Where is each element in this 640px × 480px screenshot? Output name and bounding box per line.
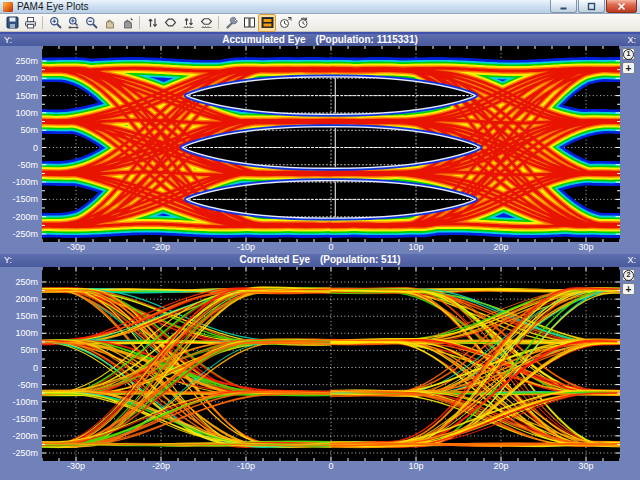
zoom-x-button[interactable] bbox=[64, 14, 82, 32]
add-cursor-button[interactable]: + bbox=[622, 62, 635, 74]
y-tick-label: 250m bbox=[0, 56, 38, 66]
y-tick-label: -200m bbox=[0, 431, 38, 441]
zoom-out-button[interactable] bbox=[82, 14, 100, 32]
axes-marker-button[interactable]: 2 bbox=[622, 269, 635, 281]
eye-mask-histogram-icon bbox=[200, 16, 213, 29]
settings-button[interactable] bbox=[222, 14, 240, 32]
correlated-eye-row: 250m200m150m100m50m0-50m-100m-150m-200m-… bbox=[0, 267, 640, 461]
layout-columns-button[interactable] bbox=[240, 14, 258, 32]
plot-title-text: Correlated Eye bbox=[239, 254, 310, 265]
zoom-x-icon bbox=[67, 16, 80, 29]
x-tick-label: 30p bbox=[566, 242, 606, 252]
y-tick-label: -100m bbox=[0, 397, 38, 407]
y-tick-label: 100m bbox=[0, 328, 38, 338]
y-tick-label: -250m bbox=[0, 448, 38, 458]
correlated-eye-header: Y: Correlated Eye(Population: 511) X: bbox=[0, 254, 640, 267]
maximize-button[interactable] bbox=[578, 0, 605, 13]
print-button[interactable] bbox=[21, 14, 39, 32]
axes-number-icon: 1 bbox=[623, 49, 634, 60]
app-icon bbox=[3, 2, 13, 12]
add-cursor-button[interactable]: + bbox=[622, 283, 635, 295]
x-tick-label: 0 bbox=[311, 242, 351, 252]
zoom-in-button[interactable] bbox=[46, 14, 64, 32]
x-tick-label: -10p bbox=[226, 242, 266, 252]
minimize-icon bbox=[559, 2, 568, 11]
app-window: PAM4 Eye Plots bbox=[0, 0, 640, 480]
y-tick-label: -100m bbox=[0, 177, 38, 187]
zoom-in-icon bbox=[49, 16, 62, 29]
correlated-eye-plot[interactable] bbox=[42, 267, 620, 461]
layout-rows-button[interactable] bbox=[258, 14, 276, 32]
window-title: PAM4 Eye Plots bbox=[17, 1, 89, 12]
x-axis-label: X: bbox=[627, 35, 636, 45]
settings-wrench-icon bbox=[225, 16, 238, 29]
toolbar bbox=[0, 14, 640, 32]
timer-1-button[interactable] bbox=[276, 14, 294, 32]
eye-mask-histogram-button[interactable] bbox=[197, 14, 215, 32]
y-tick-label: 100m bbox=[0, 108, 38, 118]
eye-mask-icon bbox=[164, 16, 177, 29]
close-button[interactable] bbox=[606, 0, 637, 13]
population-label: (Population: 511) bbox=[320, 254, 401, 265]
plot-side-buttons: 2 + bbox=[622, 269, 638, 297]
layout-columns-icon bbox=[243, 16, 256, 29]
data-cursor-icon bbox=[121, 16, 134, 29]
vertical-cursors-icon bbox=[146, 16, 159, 29]
timer-2-button[interactable] bbox=[294, 14, 312, 32]
y-tick-label: 200m bbox=[0, 73, 38, 83]
axes-marker-button[interactable]: 1 bbox=[622, 48, 635, 60]
window-controls bbox=[549, 0, 637, 13]
accumulated-eye-header: Y: Accumulated Eye(Population: 1115331) … bbox=[0, 34, 640, 46]
save-button[interactable] bbox=[3, 14, 21, 32]
y-axis-gutter: 250m200m150m100m50m0-50m-100m-150m-200m-… bbox=[0, 267, 40, 461]
print-icon bbox=[24, 16, 37, 29]
timer-2-icon bbox=[297, 16, 310, 29]
toolbar-separator bbox=[42, 16, 43, 29]
y-tick-label: 150m bbox=[0, 311, 38, 321]
axes-number-icon: 2 bbox=[623, 270, 634, 281]
vertical-cursors-button[interactable] bbox=[143, 14, 161, 32]
close-icon bbox=[617, 2, 626, 11]
plot-side-buttons: 1 + bbox=[622, 48, 638, 76]
eye-mask-button[interactable] bbox=[161, 14, 179, 32]
y-tick-label: -50m bbox=[0, 380, 38, 390]
save-icon bbox=[6, 16, 19, 29]
x-axis-strip: -30p-20p-10p010p20p30p bbox=[0, 461, 640, 473]
toolbar-separator bbox=[218, 16, 219, 29]
y-tick-label: -250m bbox=[0, 229, 38, 239]
x-tick-label: 0 bbox=[311, 461, 351, 471]
x-axis-strip: -30p-20p-10p010p20p30p bbox=[0, 242, 640, 254]
accumulated-eye-plot[interactable] bbox=[42, 46, 620, 242]
x-tick-label: -30p bbox=[56, 242, 96, 252]
timer-1-icon bbox=[279, 16, 292, 29]
x-tick-label: -30p bbox=[56, 461, 96, 471]
y-axis-gutter: 250m200m150m100m50m0-50m-100m-150m-200m-… bbox=[0, 46, 40, 242]
y-tick-label: -50m bbox=[0, 160, 38, 170]
y-tick-label: 50m bbox=[0, 345, 38, 355]
y-tick-label: 0 bbox=[0, 363, 38, 373]
y-tick-label: 250m bbox=[0, 277, 38, 287]
x-tick-label: -10p bbox=[226, 461, 266, 471]
vertical-cursors-histogram-button[interactable] bbox=[179, 14, 197, 32]
maximize-icon bbox=[587, 2, 596, 11]
plot-title: Accumulated Eye(Population: 1115331) bbox=[0, 34, 640, 45]
toolbar-separator bbox=[139, 16, 140, 29]
layout-rows-icon bbox=[261, 16, 274, 29]
y-tick-label: -150m bbox=[0, 194, 38, 204]
vertical-cursors-histogram-icon bbox=[182, 16, 195, 29]
pan-button[interactable] bbox=[100, 14, 118, 32]
y-tick-label: 150m bbox=[0, 91, 38, 101]
titlebar[interactable]: PAM4 Eye Plots bbox=[0, 0, 640, 14]
client-area: Y: Accumulated Eye(Population: 1115331) … bbox=[0, 32, 640, 480]
data-cursor-button[interactable] bbox=[118, 14, 136, 32]
x-tick-label: 10p bbox=[396, 461, 436, 471]
x-tick-label: -20p bbox=[141, 461, 181, 471]
x-tick-label: 10p bbox=[396, 242, 436, 252]
pan-hand-icon bbox=[103, 16, 116, 29]
population-label: (Population: 1115331) bbox=[316, 34, 418, 45]
x-tick-label: -20p bbox=[141, 242, 181, 252]
zoom-out-icon bbox=[85, 16, 98, 29]
y-tick-label: -150m bbox=[0, 414, 38, 424]
minimize-button[interactable] bbox=[550, 0, 577, 13]
y-tick-label: 200m bbox=[0, 294, 38, 304]
